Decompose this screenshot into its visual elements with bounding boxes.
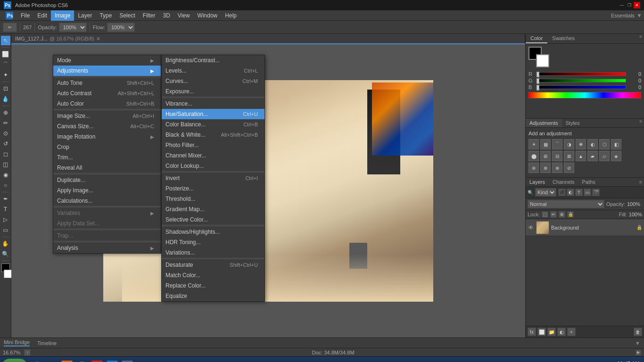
menu-image[interactable]: Image (51, 10, 74, 21)
menu-help[interactable]: Help (221, 10, 240, 21)
status-arrow[interactable]: ▶ (636, 350, 641, 355)
menu-posterize[interactable]: Posterize... (162, 183, 264, 194)
menu-ps[interactable]: Ps (2, 10, 17, 21)
menu-crop[interactable]: Crop (53, 142, 161, 152)
delete-layer-button[interactable]: 🗑 (634, 328, 642, 336)
menu-filter[interactable]: Filter (139, 10, 159, 21)
tab-timeline[interactable]: Timeline (37, 340, 57, 346)
taskbar-media-icon[interactable] (59, 359, 74, 362)
history-brush-tool[interactable]: ↺ (1, 139, 10, 148)
eraser-tool[interactable]: ◻ (1, 149, 10, 159)
kind-select[interactable]: Kind (535, 188, 556, 197)
menu-file[interactable]: File (17, 10, 33, 21)
blur-tool[interactable]: ◉ (1, 170, 10, 180)
tab-color[interactable]: Color (526, 34, 547, 43)
taskbar-ps-icon[interactable]: Ps (105, 359, 120, 362)
menu-calculations[interactable]: Calculations... (53, 196, 161, 206)
canvas-close[interactable]: ✕ (96, 36, 100, 42)
adj-selective-icon[interactable]: ◈ (611, 151, 621, 161)
clone-tool[interactable]: ⊙ (1, 129, 10, 138)
maximize-button[interactable]: ❐ (626, 2, 633, 8)
adj-curves-icon[interactable]: ⌒ (552, 139, 562, 149)
zoom-tool[interactable]: 🔍 (1, 249, 10, 259)
menu-adjustments[interactable]: Adjustments ▶ (53, 66, 161, 76)
shape-tool[interactable]: ▭ (1, 225, 10, 235)
menu-auto-contrast[interactable]: Auto Contrast Alt+Shift+Ctrl+L (53, 88, 161, 99)
filter-adj-icon[interactable]: ◐ (567, 189, 574, 196)
menu-black-white[interactable]: Black & White... Alt+Shift+Ctrl+B (162, 130, 264, 140)
tab-layers[interactable]: Layers (526, 178, 549, 186)
filter-pixel-icon[interactable]: ⬛ (558, 189, 566, 196)
new-group-button[interactable]: 📁 (547, 328, 556, 336)
lock-transparent-icon[interactable]: ⬚ (542, 211, 548, 218)
lock-all-icon[interactable]: 🔒 (567, 211, 574, 218)
hand-tool[interactable]: ✋ (1, 239, 10, 248)
menu-curves[interactable]: Curves... Ctrl+M (162, 76, 264, 86)
status-info-icon[interactable]: i (24, 349, 31, 356)
new-adj-button[interactable]: ◐ (557, 328, 566, 336)
adj-extra4-icon[interactable]: ⊘ (564, 163, 574, 173)
lock-image-icon[interactable]: ✏ (550, 211, 557, 218)
taskbar-folder-icon[interactable] (44, 359, 59, 362)
marquee-tool[interactable]: ⬜ (1, 49, 10, 59)
adj-levels-icon[interactable]: ▦ (540, 139, 551, 149)
menu-selective-color[interactable]: Selective Color... (162, 214, 264, 225)
adj-colorlookup-icon[interactable]: ⊟ (552, 151, 562, 161)
tab-adjustments[interactable]: Adjustments (526, 119, 562, 127)
color-panel-menu[interactable]: ≡ (637, 34, 644, 43)
menu-canvas-size[interactable]: Canvas Size... Alt+Ctrl+C (53, 121, 161, 132)
adj-exposure-icon[interactable]: ◑ (564, 139, 574, 149)
menu-hue-saturation[interactable]: Hue/Saturation... Ctrl+U (162, 109, 264, 119)
gradient-tool[interactable]: ◫ (1, 160, 10, 169)
opacity-value[interactable]: 100% (627, 201, 642, 207)
pen-tool[interactable]: ✒ (1, 194, 10, 204)
menu-auto-tone[interactable]: Auto Tone Shift+Ctrl+L (53, 78, 161, 88)
tab-swatches[interactable]: Swatches (547, 34, 579, 43)
menu-equalize[interactable]: Equalize (162, 291, 264, 301)
menu-image-size[interactable]: Image Size... Alt+Ctrl+I (53, 111, 161, 121)
filter-smart-icon[interactable]: 🎬 (592, 189, 600, 196)
taskbar-ie-icon[interactable]: e (29, 359, 44, 362)
adj-panel-menu[interactable]: ≡ (637, 119, 644, 127)
adj-extra3-icon[interactable]: ⊗ (552, 163, 562, 173)
fill-value[interactable]: 100% (629, 212, 642, 217)
adj-bw-icon[interactable]: ◧ (611, 139, 621, 149)
menu-image-rotation[interactable]: Image Rotation ▶ (53, 132, 161, 142)
lock-position-icon[interactable]: ⊕ (559, 211, 565, 218)
adj-threshold-icon[interactable]: ▰ (587, 151, 598, 161)
adj-hue-icon[interactable]: ◐ (587, 139, 598, 149)
blend-mode-select[interactable]: Normal (528, 200, 604, 208)
taskbar-chrome-icon[interactable] (74, 359, 90, 362)
menu-color-lookup[interactable]: Color Lookup... (162, 161, 264, 171)
close-button[interactable]: ✕ (634, 2, 640, 8)
add-mask-button[interactable]: ⬜ (537, 328, 546, 336)
color-spectrum[interactable] (528, 92, 641, 99)
new-layer-button[interactable]: + (567, 328, 576, 336)
menu-apply-image[interactable]: Apply Image... (53, 185, 161, 196)
healing-tool[interactable]: ⊕ (1, 108, 10, 117)
menu-trim[interactable]: Trim... (53, 152, 161, 163)
adj-posterize-icon[interactable]: ▲ (576, 151, 586, 161)
menu-vibrance[interactable]: Vibrance... (162, 99, 264, 109)
layer-visibility-toggle[interactable]: 👁 (528, 224, 534, 231)
filter-shape-icon[interactable]: ▭ (584, 189, 591, 196)
menu-shadows-highlights[interactable]: Shadows/Highlights... (162, 227, 264, 237)
menu-levels[interactable]: Levels... Ctrl+L (162, 66, 264, 76)
menu-exposure[interactable]: Exposure... (162, 86, 264, 97)
menu-color-balance[interactable]: Color Balance... Ctrl+B (162, 119, 264, 130)
menu-channel-mixer[interactable]: Channel Mixer... (162, 150, 264, 161)
menu-type[interactable]: Type (96, 10, 116, 21)
g-slider[interactable] (536, 79, 626, 82)
system-clock[interactable]: 11:45 AM3/10/2015 (613, 361, 642, 362)
adj-photofilter-icon[interactable]: ⬤ (528, 151, 539, 161)
b-slider[interactable] (536, 85, 626, 89)
r-thumb[interactable] (537, 72, 539, 77)
layer-row[interactable]: 👁 Background 🔒 (526, 219, 644, 236)
menu-photo-filter[interactable]: Photo Filter... (162, 140, 264, 150)
lasso-tool[interactable]: ⌒ (1, 60, 10, 69)
tab-styles[interactable]: Styles (562, 119, 584, 127)
opacity-select[interactable]: 100% (59, 23, 87, 32)
adj-gradient-icon[interactable]: ▱ (599, 151, 610, 161)
eyedropper-tool[interactable]: 💧 (1, 94, 10, 104)
adj-channelmixer-icon[interactable]: ⊞ (540, 151, 551, 161)
